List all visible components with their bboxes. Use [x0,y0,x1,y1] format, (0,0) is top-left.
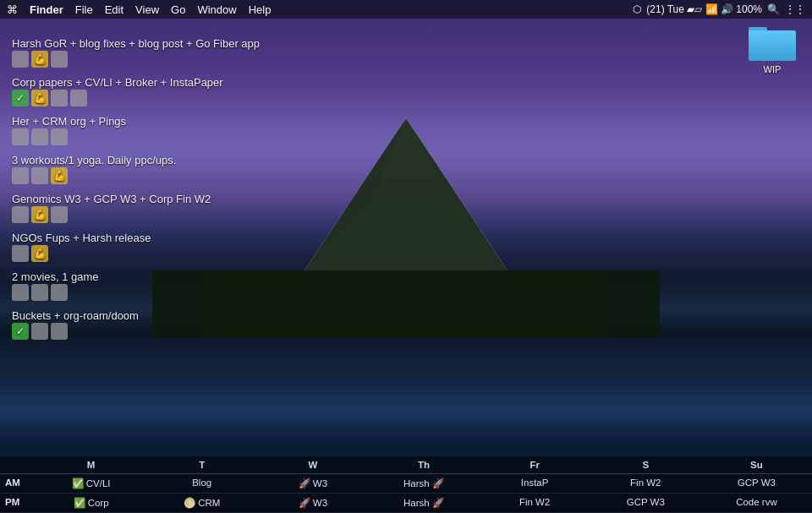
pm-mon: ✅ Corp [36,494,146,512]
menu-bar: ⌘ Finder File Edit View Go Window Help ⬡… [0,0,812,19]
schedule-col-th: Th [368,456,479,473]
task-icon: 💪 [51,167,68,184]
task-icon [51,284,68,301]
task-icons-5: 💪 [12,206,800,223]
go-menu[interactable]: Go [171,3,185,16]
task-icon [51,128,68,145]
task-icons-8: ✓ [12,323,800,340]
task-icon: ✓ [12,323,29,340]
am-thu: Harsh 🚀 [368,474,479,493]
task-item-1: Harsh GoR + blog fixes + blog post + Go … [0,35,812,69]
task-icon [31,284,48,301]
menu-bar-right: ⬡ (21) Tue ▰▱ 📶 🔊 100% 🔍 ⋮⋮ [633,3,812,15]
task-title-4: 3 workouts/1 yoga. Daily ppc/ups. [12,154,800,166]
apple-menu[interactable]: ⌘ [7,3,18,16]
dropbox-icon[interactable]: ⬡ [633,3,641,15]
task-title-2: Corp papers + CV/LI + Broker + InstaPape… [12,76,800,89]
task-icon [12,245,29,262]
window-menu[interactable]: Window [197,3,236,16]
schedule-am-row: AM ✅ CV/LI Blog 🚀 W3 Harsh 🚀 InstaP Fin … [0,474,812,494]
task-title-6: NGOs Fups + Harsh release [12,232,800,244]
am-sun: GCP W3 [701,474,812,493]
am-wed: 🚀 W3 [257,474,368,493]
task-item-8: Buckets + org-roam/doom ✓ [0,308,812,341]
task-icon: 💪 [31,90,48,106]
pm-tue: 🌕 CRM [146,494,257,512]
task-item-3: Her + CRM org + Pings [0,113,812,147]
launchpad-icon[interactable]: ⋮⋮ [785,3,805,15]
task-icon: ✓ [12,90,29,106]
task-icon: 💪 [31,245,48,262]
task-icon [31,323,48,340]
schedule-col-s: S [590,456,701,473]
task-title-5: Genomics W3 + GCP W3 + Corp Fin W2 [12,193,800,205]
finder-menu[interactable]: Finder [30,3,63,16]
task-icons-2: ✓ 💪 [12,90,800,106]
schedule-col-m: M [36,456,146,473]
menu-bar-left: ⌘ Finder File Edit View Go Window Help [0,3,633,16]
file-menu[interactable]: File [75,3,93,16]
task-icon [12,128,29,145]
am-sat: Fin W2 [590,474,701,493]
task-icon [51,206,68,223]
task-icons-1: 💪 [12,51,800,68]
schedule-col-su: Su [701,456,812,473]
search-icon[interactable]: 🔍 [767,3,780,15]
edit-menu[interactable]: Edit [105,3,123,16]
pm-sat: GCP W3 [590,494,701,512]
pm-label: PM [0,494,36,512]
task-title-1: Harsh GoR + blog fixes + blog post + Go … [12,37,800,50]
view-menu[interactable]: View [135,3,159,16]
task-icons-7 [12,284,800,301]
task-title-8: Buckets + org-roam/doom [12,309,800,322]
task-icon [51,51,68,68]
schedule-table: M T W Th Fr S Su AM ✅ CV/LI Blog 🚀 W3 Ha… [0,456,812,513]
help-menu[interactable]: Help [249,3,272,16]
task-icon [12,206,29,223]
task-icon [31,128,48,145]
schedule-col-fr: Fr [480,456,590,473]
am-mon: ✅ CV/LI [36,474,146,493]
pm-wed: 🚀 W3 [257,494,368,512]
am-tue: Blog [146,474,257,493]
task-widget-area: Harsh GoR + blog fixes + blog post + Go … [0,24,812,513]
task-icon [12,51,29,68]
task-item-4: 3 workouts/1 yoga. Daily ppc/ups. 💪 [0,152,812,186]
pm-fri: Fin W2 [480,494,590,512]
task-icon [51,90,68,106]
task-icon [31,167,48,184]
am-fri: InstaP [480,474,590,493]
task-icon [12,284,29,301]
pm-sun: Code rvw [701,494,812,512]
task-icon [70,90,87,106]
task-item-2: Corp papers + CV/LI + Broker + InstaPape… [0,74,812,108]
task-icon [12,167,29,184]
task-icons-4: 💪 [12,167,800,184]
schedule-header-row: M T W Th Fr S Su [0,456,812,474]
schedule-col-t: T [146,456,257,473]
task-item-5: Genomics W3 + GCP W3 + Corp Fin W2 💪 [0,191,812,225]
schedule-pm-row: PM ✅ Corp 🌕 CRM 🚀 W3 Harsh 🚀 Fin W2 GCP … [0,494,812,513]
task-item-7: 2 movies, 1 game [0,269,812,303]
task-icon: 💪 [31,51,48,68]
task-title-3: Her + CRM org + Pings [12,115,800,128]
task-icon [51,323,68,340]
schedule-col-w: W [257,456,368,473]
task-icons-6: 💪 [12,245,800,262]
task-item-6: NGOs Fups + Harsh release 💪 [0,230,812,264]
task-icons-3 [12,128,800,145]
am-label: AM [0,474,36,493]
task-icon: 💪 [31,206,48,223]
system-icons: (21) Tue ▰▱ 📶 🔊 100% [646,3,762,15]
task-title-7: 2 movies, 1 game [12,270,800,283]
pm-thu: Harsh 🚀 [368,494,479,512]
schedule-header-empty [0,456,36,473]
